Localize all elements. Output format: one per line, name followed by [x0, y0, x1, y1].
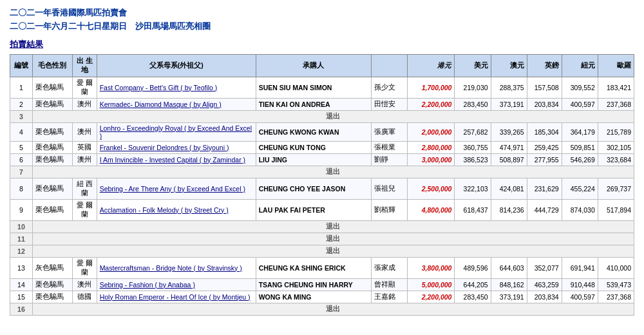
- row-buyer-cn: 王嘉銘: [372, 291, 408, 303]
- row-birth: 愛 爾 蘭: [72, 199, 97, 220]
- row-buyer-cn: 張廣軍: [372, 122, 408, 141]
- table-row: 2栗色騸馬澳州Kermadec- Diamond Masque ( by Ali…: [10, 98, 634, 110]
- row-nzd: 400,597: [562, 98, 598, 110]
- row-buyer-en: SUEN SIU MAN SIMON: [256, 77, 372, 98]
- row-color: 灰色騸馬: [32, 257, 72, 278]
- row-hkd: 1,700,000: [408, 77, 455, 98]
- row-aud: 373,191: [491, 98, 527, 110]
- row-buyer-en: TSANG CHEUNG HIN HARRY: [256, 278, 372, 291]
- row-eur: 323,684: [598, 153, 634, 166]
- row-buyer-cn: 張祖兒: [372, 178, 408, 199]
- row-aud: 288,375: [491, 77, 527, 98]
- row-num: 14: [10, 278, 33, 291]
- row-aud: 848,162: [491, 278, 527, 291]
- table-row: 13灰色騸馬愛 爾 蘭Mastercraftsman - Bridge Note…: [10, 257, 634, 278]
- row-nzd: 546,269: [562, 153, 598, 166]
- row-aud: 373,191: [491, 291, 527, 303]
- row-birth: 愛 爾 蘭: [72, 77, 97, 98]
- table-header-row: 編號 毛色性別 出 生地 父系母系(外祖父) 承購人 港元 美元 澳元 英鎊 紐…: [10, 54, 634, 77]
- row-eur: 237,368: [598, 98, 634, 110]
- row-sire: Frankel - Souvenir Delondres ( by Siyoun…: [97, 141, 256, 153]
- row-usd: 489,596: [455, 257, 491, 278]
- row-buyer-en: CHEUNG KA SHING ERICK: [256, 257, 372, 278]
- row-sire: Lonhro - Exceedingly Royal ( by Exceed A…: [97, 122, 256, 141]
- row-hkd: 2,200,000: [408, 291, 455, 303]
- row-num: 8: [10, 178, 33, 199]
- row-num: 5: [10, 141, 33, 153]
- row-eur: 539,473: [598, 278, 634, 291]
- row-eur: 269,737: [598, 178, 634, 199]
- row-buyer-cn: 曾祥顯: [372, 278, 408, 291]
- row-gbp: 203,834: [527, 98, 562, 110]
- row-birth: 澳州: [72, 98, 97, 110]
- col-header-birth: 出 生地: [72, 54, 97, 77]
- row-num: 16: [10, 303, 33, 315]
- table-row: 6栗色騸馬澳州I Am Invincible - Invested Capita…: [10, 153, 634, 166]
- row-nzd: 400,597: [562, 291, 598, 303]
- row-buyer-cn: 劉靜: [372, 153, 408, 166]
- title-line2: 二〇二一年六月二十七日星期日 沙田馬場馬匹亮相圈: [10, 20, 634, 34]
- table-row: 14栗色騸馬澳州Sebring - Fashion ( by Anabaa )T…: [10, 278, 634, 291]
- row-gbp: 203,834: [527, 291, 562, 303]
- row-usd: 219,030: [455, 77, 491, 98]
- row-num: 9: [10, 199, 33, 220]
- row-hkd: 2,200,000: [408, 98, 455, 110]
- title-line1: 二〇二一年香港國際馬匹拍賣會: [10, 6, 634, 20]
- row-num: 6: [10, 153, 33, 166]
- row-nzd: 874,030: [562, 199, 598, 220]
- col-header-nzd: 紐元: [562, 54, 598, 77]
- row-buyer-en: WONG KA MING: [256, 291, 372, 303]
- col-header-buyer: 承購人: [256, 54, 372, 77]
- col-header-num: 編號: [10, 54, 33, 77]
- withdrawn-cell: 退出: [32, 245, 634, 257]
- row-num: 1: [10, 77, 33, 98]
- col-header-gbp: 英鎊: [527, 54, 562, 77]
- row-num: 10: [10, 220, 33, 233]
- row-num: 2: [10, 98, 33, 110]
- row-eur: 410,000: [598, 257, 634, 278]
- row-num: 15: [10, 291, 33, 303]
- table-row: 15栗色騸馬德國Holy Roman Emperor - Heart Of Ic…: [10, 291, 634, 303]
- row-eur: 302,105: [598, 141, 634, 153]
- row-color: 栗色騸馬: [32, 141, 72, 153]
- row-aud: 508,897: [491, 153, 527, 166]
- row-buyer-cn: 張家成: [372, 257, 408, 278]
- row-color: 栗色騸馬: [32, 178, 72, 199]
- row-hkd: 4,800,000: [408, 199, 455, 220]
- row-usd: 618,437: [455, 199, 491, 220]
- row-sire: Sebring - Fashion ( by Anabaa ): [97, 278, 256, 291]
- row-eur: 215,789: [598, 122, 634, 141]
- col-header-buyer-cn: [372, 54, 408, 77]
- row-sire: Holy Roman Emperor - Heart Of Ice ( by M…: [97, 291, 256, 303]
- row-usd: 322,103: [455, 178, 491, 199]
- table-row: 9栗色騸馬愛 爾 蘭Acclamation - Folk Melody ( by…: [10, 199, 634, 220]
- row-buyer-cn: 劉栢輝: [372, 199, 408, 220]
- row-birth: 澳州: [72, 153, 97, 166]
- row-buyer-cn: 田愷安: [372, 98, 408, 110]
- row-gbp: 463,259: [527, 278, 562, 291]
- row-color: 栗色騸馬: [32, 153, 72, 166]
- row-color: 栗色騸馬: [32, 291, 72, 303]
- results-table: 編號 毛色性別 出 生地 父系母系(外祖父) 承購人 港元 美元 澳元 英鎊 紐…: [10, 54, 634, 316]
- row-sire: Sebring - Are There Any ( by Exceed And …: [97, 178, 256, 199]
- row-nzd: 509,851: [562, 141, 598, 153]
- row-sire: I Am Invincible - Invested Capital ( by …: [97, 153, 256, 166]
- row-usd: 644,205: [455, 278, 491, 291]
- row-num: 7: [10, 166, 33, 178]
- row-color: 栗色騸馬: [32, 278, 72, 291]
- col-header-eur: 歐羅: [598, 54, 634, 77]
- row-gbp: 231,629: [527, 178, 562, 199]
- row-color: 栗色騸馬: [32, 199, 72, 220]
- row-usd: 283,450: [455, 291, 491, 303]
- row-gbp: 277,955: [527, 153, 562, 166]
- table-row: 10退出: [10, 220, 634, 233]
- withdrawn-cell: 退出: [32, 303, 634, 315]
- main-container: 二〇二一年香港國際馬匹拍賣會 二〇二一年六月二十七日星期日 沙田馬場馬匹亮相圈 …: [0, 0, 644, 322]
- row-nzd: 910,448: [562, 278, 598, 291]
- row-sire: Mastercraftsman - Bridge Note ( by Strav…: [97, 257, 256, 278]
- row-hkd: 5,000,000: [408, 278, 455, 291]
- row-sire: Fast Company - Bett's Gift ( by Teofilo …: [97, 77, 256, 98]
- row-birth: 澳州: [72, 122, 97, 141]
- row-usd: 257,682: [455, 122, 491, 141]
- row-eur: 237,368: [598, 291, 634, 303]
